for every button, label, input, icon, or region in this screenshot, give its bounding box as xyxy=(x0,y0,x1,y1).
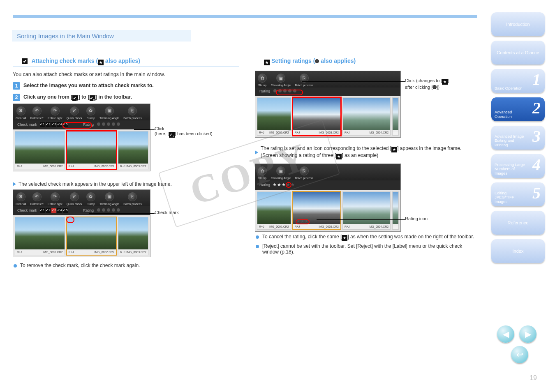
tab-contents[interactable]: Contents at a Glance xyxy=(491,41,545,65)
right-result: The rating is set and an icon correspond… xyxy=(255,145,479,159)
checkmark-label: Check mark xyxy=(17,208,37,212)
tbtn-rotate-right[interactable]: ↷Rotate right xyxy=(48,106,62,120)
tab-1-basic[interactable]: 1Basic Operation xyxy=(491,69,545,93)
tbtn2-trimming[interactable]: ▣Trimming Angle xyxy=(99,192,119,205)
r2thumb-2[interactable]: R+JIMG_0003.CR2 ★★★ xyxy=(293,191,341,230)
tab-5-jpeg[interactable]: 5Editing JPEG/TIFF Images xyxy=(491,182,545,206)
r2thumb-1[interactable]: R+JIMG_0002.CR2 xyxy=(257,191,291,230)
section-title-text: Sorting Images in the Main Window xyxy=(17,32,114,39)
quick-check-icon: ✔ xyxy=(70,192,79,201)
tbtn-stamp[interactable]: ✿Stamp xyxy=(86,106,95,120)
right-column: ★ Setting ratings ( also applies) ✿Stamp… xyxy=(255,58,479,257)
rating-label-r1: Rating xyxy=(259,89,270,93)
star-icon: ★ xyxy=(264,60,270,65)
highlight-rating-dots xyxy=(276,90,303,95)
rtbtn-trim[interactable]: ▣Trimming Angle xyxy=(271,74,291,87)
left-result: The selected check mark appears in the u… xyxy=(13,181,239,187)
tab-2-advanced[interactable]: 2Advanced Operation xyxy=(491,97,545,121)
section-title: Sorting Images in the Main Window xyxy=(12,30,191,42)
left-column: ✔ Attaching check marks (★ also applies)… xyxy=(13,58,239,271)
thumb2-2[interactable]: ✔3 R+JIMG_0002.CR2 xyxy=(67,217,117,255)
rthumb1-3[interactable]: R+JIMG_0004.CR2 xyxy=(342,97,391,136)
tbtn-batch[interactable]: ⎘Batch process xyxy=(123,106,141,120)
tbtn2-clear-all[interactable]: ✖Clear all xyxy=(16,192,26,205)
screenshot-left-2: ✖Clear all ↶Rotate left ↷Rotate right ✔Q… xyxy=(13,189,150,257)
sidebar-nav: Introduction Contents at a Glance 1Basic… xyxy=(491,12,545,263)
star-icon: ★ xyxy=(98,60,104,65)
batch-icon: ⎘ xyxy=(128,192,137,201)
tab-introduction[interactable]: Introduction xyxy=(491,12,545,36)
checkmark-buttons-2[interactable]: ✔1✔2✔3✔4✔5 xyxy=(39,208,68,213)
prev-page-button[interactable]: ◀ xyxy=(497,325,514,343)
rthumb1-4[interactable] xyxy=(392,97,399,136)
r2tbtn-batch[interactable]: ⎘Batch process xyxy=(295,166,313,180)
dot-icon xyxy=(315,59,319,63)
star-icon: ★ xyxy=(336,154,342,159)
stamp-icon: ✿ xyxy=(86,192,95,201)
thumb-3[interactable]: R+JIMG_0003.CR2 xyxy=(118,131,148,169)
rating-dots-2[interactable] xyxy=(96,208,121,212)
left-subheading-glyph: ✔ xyxy=(22,58,28,64)
rotate-right-icon: ↷ xyxy=(51,106,60,115)
shot1-toolbar: ✖Clear all ↶Rotate left ↷Rotate right ✔Q… xyxy=(13,104,150,120)
rotate-right-icon: ↷ xyxy=(51,192,60,201)
star-icon: ★ xyxy=(391,147,397,152)
rtbtn-batch[interactable]: ⎘Batch process xyxy=(295,74,313,87)
r2tbtn-trim[interactable]: ▣Trimming Angle xyxy=(271,166,291,180)
nav-buttons: ◀ ▶ xyxy=(497,325,536,343)
tbtn2-stamp[interactable]: ✿Stamp xyxy=(86,192,95,205)
clear-icon: ✖ xyxy=(16,192,25,201)
rating-stars-ritself[interactable]: ★★★★★ xyxy=(273,182,295,187)
thumb-1[interactable]: R+JIMG_0001.CR2 xyxy=(15,131,65,169)
highlight-checkmark-badge xyxy=(66,217,74,223)
thumb-2-selected[interactable]: R+JIMG_0002.CR2 xyxy=(67,131,117,169)
right-bullet-1: To cancel the rating, click the same [★]… xyxy=(255,234,479,241)
trim-icon: ▣ xyxy=(276,74,285,83)
left-subheading: ✔ Attaching check marks (★ also applies) xyxy=(13,58,239,67)
thumb2-1[interactable]: R+JIMG_0001.CR2 xyxy=(15,217,65,255)
stamp-icon: ✿ xyxy=(258,166,267,175)
stamp-icon: ✿ xyxy=(258,74,267,83)
check3-icon: ✔3 xyxy=(169,132,175,138)
clear-icon: ✖ xyxy=(16,106,25,115)
callout-right-2: Rating icon xyxy=(405,216,467,221)
tbtn2-rotate-left[interactable]: ↶Rotate left xyxy=(30,192,44,205)
shot1-thumbs: R+JIMG_0001.CR2 R+JIMG_0002.CR2 R+JIMG_0… xyxy=(13,129,150,171)
tbtn-trimming[interactable]: ▣Trimming Angle xyxy=(99,106,119,120)
check1-icon: ✔1 xyxy=(72,95,78,101)
callout-left-1: Click(here, [✔3] has been clicked) xyxy=(155,126,241,138)
star-icon: ★ xyxy=(342,235,347,241)
r2tbtn-stamp[interactable]: ✿Stamp xyxy=(258,166,267,180)
tbtn-quick-check[interactable]: ✔Quick check xyxy=(67,106,82,120)
trim-icon: ▣ xyxy=(105,106,114,115)
trim-icon: ▣ xyxy=(105,192,114,201)
tbtn2-rotate-right[interactable]: ↷Rotate right xyxy=(48,192,62,205)
tab-3-editing[interactable]: 3Advanced Image Editing and Printing xyxy=(491,126,545,150)
rtbtn-stamp[interactable]: ✿Stamp xyxy=(258,74,267,87)
r2thumb-4[interactable] xyxy=(392,191,399,230)
tbtn-clear-all[interactable]: ✖Clear all xyxy=(16,106,26,120)
tbtn2-batch[interactable]: ⎘Batch process xyxy=(123,192,141,205)
tab-reference[interactable]: Reference xyxy=(491,211,545,235)
highlight-star-3 xyxy=(286,182,291,188)
star-icon: ★ xyxy=(442,79,448,85)
tbtn2-quick-check[interactable]: ✔Quick check xyxy=(67,192,82,205)
highlight-checkmark-row xyxy=(62,122,92,129)
screenshot-right-1: ✿Stamp ▣Trimming Angle ⎘Batch process Ra… xyxy=(255,71,401,138)
rthumb1-2-selected[interactable]: R+JIMG_0003.CR2 xyxy=(293,97,341,136)
right-bullet-2: [Reject] cannot be set with the toolbar.… xyxy=(255,243,479,255)
return-button[interactable]: ↩ xyxy=(511,346,528,363)
batch-icon: ⎘ xyxy=(128,106,137,115)
rating-dots[interactable] xyxy=(96,122,121,127)
thumb2-3[interactable]: R+JIMG_0003.CR2 xyxy=(118,217,148,255)
screenshot-right-2: ✿Stamp ▣Trimming Angle ⎘Batch process Ra… xyxy=(255,164,401,232)
left-step-1: 1 Select the images you want to attach c… xyxy=(13,82,239,90)
r2thumb-3[interactable]: R+JIMG_0004.CR2 xyxy=(342,191,391,230)
next-page-button[interactable]: ▶ xyxy=(519,325,536,343)
tab-4-processing[interactable]: 4Processing Large Numbers of Images xyxy=(491,154,545,178)
right-result-text: The rating is set and an icon correspond… xyxy=(261,145,461,159)
tbtn-rotate-left[interactable]: ↶Rotate left xyxy=(30,106,44,120)
rthumb1-1[interactable]: R+JIMG_0002.CR2 xyxy=(257,97,291,136)
tab-index[interactable]: Index xyxy=(491,239,545,263)
screenshot-left-1: ✖Clear all ↶Rotate left ↷Rotate right ✔Q… xyxy=(13,104,150,171)
